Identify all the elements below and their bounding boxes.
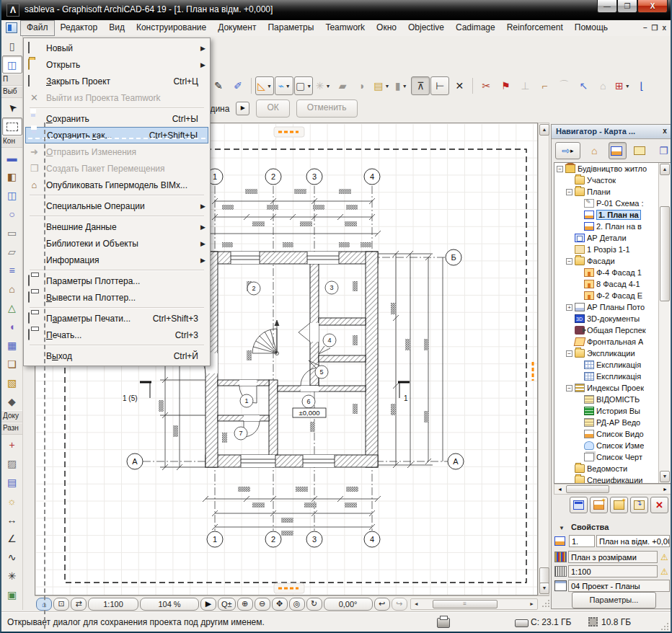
dropdown-arrow-icon[interactable]: ▼ — [384, 84, 389, 89]
layout-book-button[interactable] — [632, 142, 650, 159]
object-tool[interactable]: ❏ — [2, 355, 22, 373]
pen-set-field[interactable]: План з розмірами — [568, 551, 658, 563]
file-menu-item-20[interactable]: Параметры Печати...Ctrl+Shift+3 — [25, 310, 208, 327]
preview-button[interactable]: ⊡ — [53, 598, 69, 611]
snap-grid-icon[interactable]: ✳▼ — [314, 76, 332, 95]
menubar-item-3[interactable]: Конструирование — [131, 20, 212, 36]
doc-restore-button[interactable]: ❐ — [651, 22, 658, 33]
home-story-icon[interactable]: ⌂ — [593, 76, 612, 95]
publisher-button[interactable]: ❐ — [655, 142, 672, 159]
fill-tool[interactable]: ▨ — [2, 454, 22, 472]
more-button[interactable]: ▶ — [200, 598, 216, 611]
tree-item-16[interactable]: −Экспликации — [554, 348, 671, 359]
file-menu-item-21[interactable]: Печать...Ctrl+3 — [25, 327, 208, 343]
collapse-icon[interactable]: − — [557, 166, 563, 172]
next-zoom-button[interactable]: ↪ — [392, 598, 407, 611]
shell-tool[interactable]: ◖ — [2, 317, 22, 335]
file-menu-item-8[interactable]: ❒Создать Пакет Перемещения — [25, 160, 208, 177]
tree-item-14[interactable]: Общая Перспек — [554, 324, 671, 336]
file-menu-item-2[interactable]: Закрыть ПроектCtrl+Ц — [25, 73, 208, 89]
select-arrow-tool[interactable]: ➤ — [2, 99, 22, 117]
zone-tool[interactable]: ▧ — [2, 373, 22, 391]
file-menu-item-3[interactable]: ✕Выйти из Проекта Teamwork — [25, 89, 208, 106]
mirror-icon[interactable]: ◗ — [353, 76, 371, 95]
tree-item-25[interactable]: Список Черт — [554, 451, 671, 463]
document-icon[interactable] — [6, 22, 17, 33]
adjust-flag-icon[interactable]: ⚑ — [496, 76, 515, 95]
file-menu-item-15[interactable]: Информация▶ — [25, 252, 208, 268]
menubar-item-11[interactable]: Помощь — [569, 20, 614, 36]
marquee-tool[interactable] — [2, 118, 22, 136]
window-tool[interactable]: ◫ — [2, 186, 22, 204]
menubar-item-1[interactable]: Редактор — [55, 20, 104, 36]
quick-views-icon[interactable]: ⊞▼ — [613, 76, 632, 95]
tree-hscroll-thumb[interactable] — [566, 485, 609, 493]
tree-item-27[interactable]: Спецификации — [554, 474, 671, 484]
tree-item-22[interactable]: РД-АР Ведо — [554, 417, 671, 428]
intersect-icon[interactable]: ⊥ — [516, 76, 534, 95]
menubar-item-10[interactable]: Reinforcement — [501, 20, 569, 36]
file-menu-item-7[interactable]: ➜Отправить Изменения — [25, 143, 208, 160]
scroll-down-icon[interactable]: ▼ — [539, 583, 549, 594]
doc-close-button[interactable]: x — [662, 22, 666, 33]
vertical-scrollbar[interactable]: ▲ ▼ — [538, 123, 549, 596]
mesh-tool[interactable]: △ — [2, 298, 22, 316]
lamp-tool[interactable]: ☼ — [2, 492, 22, 510]
slab-tool[interactable]: ▱ — [2, 242, 22, 260]
file-menu-item-13[interactable]: Внешние Данные▶ — [25, 218, 208, 235]
drawing-tool[interactable]: ▤ — [2, 473, 22, 491]
hotspot-tool[interactable]: + — [2, 435, 22, 453]
column-tool[interactable]: ○ — [2, 205, 22, 223]
zoom-in-button[interactable]: ⊕ — [237, 598, 253, 611]
tree-item-7[interactable]: 1 Розріз 1-1 — [554, 244, 671, 255]
door-tool[interactable]: ◧ — [2, 167, 22, 185]
split-icon[interactable]: ✂ — [477, 76, 495, 95]
file-menu-item-9[interactable]: ⌂Опубликовать Гипермодель BIMx... — [25, 177, 208, 193]
restore-button[interactable]: ❐ — [617, 0, 637, 13]
survey-point-icon[interactable]: ⊼ — [411, 76, 430, 95]
orbit-button[interactable]: ↻ — [306, 598, 322, 611]
tree-item-18[interactable]: Експликація — [554, 371, 671, 382]
snap-guides-icon[interactable]: ⌁▼ — [275, 76, 293, 95]
wall-tool[interactable]: ▬ — [2, 149, 22, 167]
view-settings-button[interactable] — [570, 497, 588, 513]
dropdown-arrow-icon[interactable]: ▼ — [625, 84, 630, 89]
menubar-item-4[interactable]: Документ — [212, 20, 262, 36]
navigator-close-icon[interactable]: x — [660, 126, 670, 136]
file-menu-item-0[interactable]: Новый▶ — [25, 40, 208, 56]
pan-zoom-button[interactable]: ⇄ — [71, 598, 87, 611]
menubar-item-6[interactable]: Teamwork — [319, 20, 371, 36]
dropdown-arrow-icon[interactable]: ▼ — [306, 84, 311, 89]
fillet-icon[interactable]: ⌐ — [535, 76, 554, 95]
zoom-level-button[interactable]: 104 % — [140, 598, 199, 611]
x-cursor-icon[interactable]: ✕ — [450, 76, 469, 95]
collapse-icon[interactable]: − — [566, 350, 572, 357]
file-menu-item-14[interactable]: Библиотеки и Объекты▶ — [25, 235, 208, 252]
file-menu-item-11[interactable]: Специальные Операции▶ — [25, 198, 208, 214]
tree-item-1[interactable]: Участок — [554, 174, 671, 186]
curtain-wall-tool[interactable]: ▦ — [2, 336, 22, 354]
cancel-button[interactable]: Отменить — [296, 99, 358, 118]
menubar-item-2[interactable]: Вид — [103, 20, 131, 36]
save-view-button[interactable] — [590, 497, 608, 513]
tree-item-12[interactable]: +АР Планы Пото — [554, 301, 671, 313]
dropdown-arrow-icon[interactable]: ▼ — [402, 84, 407, 89]
window-palette-tool[interactable]: ◫ — [2, 56, 22, 74]
doc-minimize-button[interactable]: – — [643, 22, 647, 33]
project-map-button[interactable]: ⌂ — [585, 142, 604, 159]
align-icon[interactable]: ⌊ — [632, 76, 651, 95]
expand-icon[interactable]: + — [566, 304, 572, 311]
tree-vertical-scrollbar[interactable]: ▲ ▼ — [658, 163, 670, 483]
menubar-item-8[interactable]: Objective — [402, 20, 450, 36]
tree-item-0[interactable]: −Будівництво житло — [554, 163, 671, 174]
morph-tool[interactable]: ◆ — [2, 392, 22, 410]
resize-grip[interactable] — [541, 600, 549, 608]
tree-item-19[interactable]: −Индексы Проек — [554, 382, 671, 394]
tree-item-15[interactable]: Фронтальная А — [554, 336, 671, 348]
pen-icon[interactable]: ✎ — [209, 76, 228, 95]
title-bar[interactable]: Λ sableva - Graphisoft ArchiCAD-64 19 - … — [1, 0, 671, 20]
tree-item-3[interactable]: Р-01 Схема : — [554, 198, 671, 209]
tree-item-10[interactable]: 8 Фасад 4-1 — [554, 278, 671, 290]
menubar-item-7[interactable]: Окно — [371, 20, 402, 36]
skew-icon[interactable]: ▰ — [333, 76, 352, 95]
